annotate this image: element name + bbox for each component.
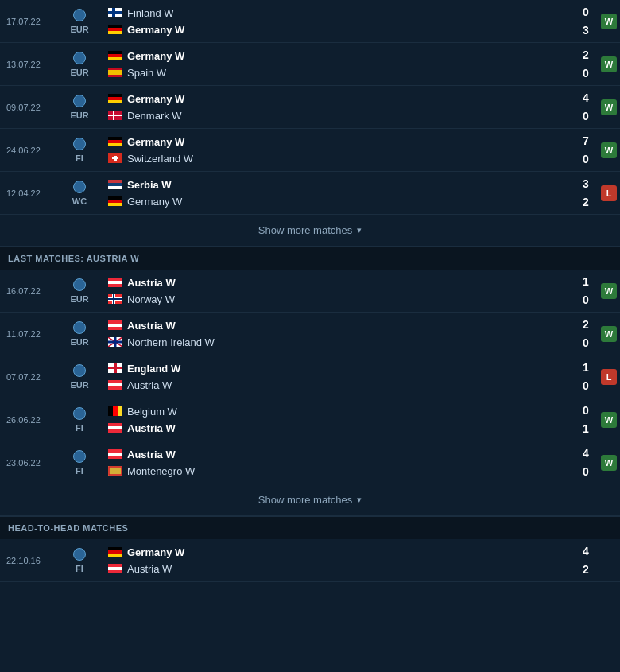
result-badge: W (601, 99, 617, 115)
team-flag-icon (108, 278, 122, 287)
result-column: L (598, 355, 620, 398)
match-row: 24.06.22FIGermany WSwitzerland W70W (0, 129, 620, 172)
match-row: 07.07.22EUREngland WAustria W10L (0, 355, 620, 398)
team-name: Austria W (127, 563, 172, 575)
match-scores: 42 (574, 539, 598, 581)
match-competition: EUR (56, 313, 103, 355)
competition-globe-icon (73, 95, 86, 107)
match-teams: Austria WNorway W (103, 270, 574, 312)
match-row: 16.07.22EURAustria WNorway W10W (0, 270, 620, 313)
team-flag-icon (108, 363, 122, 373)
team-name: Switzerland W (127, 153, 193, 165)
match-date: 13.07.22 (0, 43, 56, 85)
score-value: 3 (583, 175, 589, 192)
score-value: 0 (583, 107, 589, 125)
match-teams: Belgium WAustria W (103, 398, 574, 441)
team-name: Austria W (127, 277, 176, 289)
team-flag-icon (108, 466, 122, 476)
match-row: 09.07.22EURGermany WDenmark W40W (0, 86, 620, 129)
match-teams: Finland WGermany W (103, 0, 574, 42)
result-badge: W (601, 56, 617, 72)
match-teams: Germany WAustria W (103, 539, 574, 581)
result-column: W (598, 398, 620, 441)
team-row: Germany W (108, 48, 569, 64)
score-value: 4 (583, 542, 589, 560)
team-row: Austria W (108, 274, 569, 291)
match-row: 26.06.22FIBelgium WAustria W01W (0, 398, 620, 441)
match-date: 26.06.22 (0, 398, 56, 441)
match-teams: Germany WSwitzerland W (103, 129, 574, 171)
team-row: Norway W (108, 291, 569, 308)
show-more-germany[interactable]: Show more matches ▾ (0, 215, 620, 247)
competition-label: WC (72, 196, 87, 206)
result-column: W (598, 441, 620, 484)
match-competition: FI (56, 398, 103, 441)
competition-label: EUR (70, 380, 88, 390)
competition-label: EUR (70, 294, 88, 304)
result-badge: W (601, 142, 617, 158)
match-scores: 20 (574, 43, 598, 85)
team-name: Serbia W (127, 179, 172, 191)
team-flag-icon (108, 25, 122, 34)
match-competition: EUR (56, 355, 103, 398)
team-row: Finland W (108, 5, 569, 21)
team-flag-icon (108, 137, 122, 146)
score-value: 0 (583, 64, 589, 82)
team-row: Serbia W (108, 177, 569, 193)
match-row: 17.07.22EURFinland WGermany W03W (0, 0, 620, 43)
competition-label: FI (76, 564, 83, 573)
match-competition: FI (56, 539, 103, 581)
team-row: Germany W (108, 134, 569, 150)
match-teams: Germany WSpain W (103, 43, 574, 85)
match-date: 11.07.22 (0, 313, 56, 355)
team-row: Montenegro W (108, 463, 569, 480)
team-row: Denmark W (108, 107, 569, 124)
match-competition: FI (56, 129, 103, 171)
team-name: Germany W (127, 93, 184, 105)
match-teams: Austria WMontenegro W (103, 441, 574, 484)
result-column (598, 539, 620, 581)
match-date: 24.06.22 (0, 129, 56, 171)
match-scores: 40 (574, 86, 598, 128)
score-value: 2 (583, 316, 589, 333)
match-date: 22.10.16 (0, 539, 56, 581)
team-row: Germany W (108, 91, 569, 107)
team-name: Austria W (127, 379, 172, 391)
score-value: 0 (583, 463, 589, 480)
result-badge: W (601, 283, 617, 299)
result-column: W (598, 86, 620, 128)
result-badge: W (601, 326, 617, 342)
match-teams: Germany WDenmark W (103, 86, 574, 128)
team-row: Spain W (108, 64, 569, 81)
chevron-down-icon-2: ▾ (357, 495, 362, 505)
team-flag-icon (108, 380, 122, 390)
team-flag-icon (108, 547, 122, 557)
result-badge: L (601, 185, 617, 201)
team-row: Belgium W (108, 403, 569, 420)
score-value: 0 (583, 3, 589, 21)
competition-label: FI (76, 423, 83, 433)
competition-globe-icon (73, 450, 86, 463)
show-more-austria[interactable]: Show more matches ▾ (0, 484, 620, 516)
match-scores: 32 (574, 172, 598, 214)
competition-label: EUR (70, 337, 88, 347)
score-value: 0 (583, 291, 589, 309)
team-row: Germany W (108, 193, 569, 210)
match-scores: 01 (574, 398, 598, 441)
team-flag-icon (108, 94, 122, 103)
team-row: Germany W (108, 544, 569, 561)
team-name: Austria W (127, 449, 176, 460)
result-badge: W (601, 455, 617, 471)
team-row: Switzerland W (108, 150, 569, 167)
match-competition: EUR (56, 270, 103, 312)
match-date: 12.04.22 (0, 172, 56, 214)
result-badge: W (601, 412, 617, 428)
score-value: 0 (583, 150, 589, 168)
match-competition: WC (56, 172, 103, 214)
competition-globe-icon (73, 364, 86, 377)
result-column: W (598, 270, 620, 312)
match-date: 07.07.22 (0, 355, 56, 398)
match-scores: 03 (574, 0, 598, 42)
team-flag-icon (108, 449, 122, 459)
match-scores: 10 (574, 270, 598, 312)
